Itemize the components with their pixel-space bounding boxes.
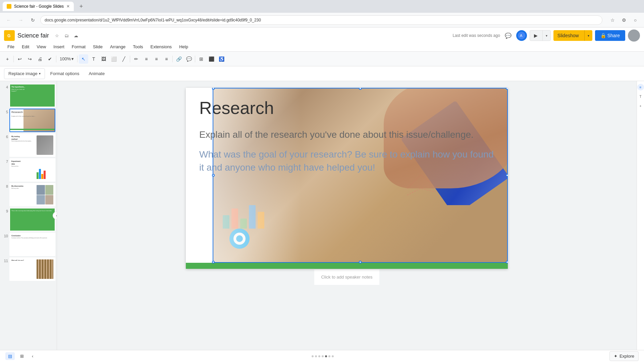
- replace-image-button[interactable]: Replace image ▾: [4, 68, 45, 79]
- slide-thumb-7[interactable]: 7 Experiment data Data rows here...: [1, 158, 55, 182]
- panel-icon-1[interactable]: ≡: [637, 84, 644, 90]
- speaker-notes-placeholder: Click to add speaker notes: [321, 275, 372, 280]
- app-logo: G: [4, 30, 15, 41]
- grid-view-button[interactable]: ⊞: [17, 352, 26, 360]
- panel-icon-2[interactable]: T: [637, 93, 644, 100]
- toolbar-align-right-button[interactable]: ≡: [162, 54, 171, 64]
- extension-icon[interactable]: ⚙: [619, 15, 629, 25]
- thumb-preview-5[interactable]: Research Explain all of the research you…: [9, 109, 55, 132]
- speaker-notes-area[interactable]: Click to add speaker notes: [314, 269, 379, 285]
- thumb-preview-7[interactable]: Experiment data Data rows here...: [9, 158, 55, 182]
- menu-help[interactable]: Help: [176, 43, 192, 51]
- slide-thumb-4[interactable]: 4 The hypothesis... What do you think wi…: [1, 84, 55, 107]
- toolbar-add-button[interactable]: +: [3, 54, 12, 64]
- tab-favicon: [7, 4, 11, 9]
- animate-button[interactable]: Animate: [85, 68, 109, 79]
- profile-icon[interactable]: ○: [631, 15, 640, 25]
- slide-thumb-6[interactable]: 6 My testing method Some testing method …: [1, 133, 55, 157]
- menu-view[interactable]: View: [33, 43, 49, 51]
- toolbar-align-center-button[interactable]: ≡: [152, 54, 161, 64]
- toolbar-placeholder-button[interactable]: ⊞: [197, 54, 206, 64]
- canvas-area: Research Explain all of the research you…: [57, 81, 637, 350]
- toolbar-highlight-button[interactable]: ✏: [131, 54, 141, 64]
- toolbar-redo-button[interactable]: ↪: [25, 54, 35, 64]
- thumb-preview-6[interactable]: My testing method Some testing method te…: [9, 133, 55, 157]
- slide-thumb-11[interactable]: 11 What will I do next?: [1, 257, 55, 281]
- menu-arrange[interactable]: Arrange: [107, 43, 129, 51]
- new-tab-button[interactable]: +: [76, 2, 86, 11]
- toolbar-spell-check-button[interactable]: ✔: [45, 54, 55, 64]
- toolbar-background-button[interactable]: ⬛: [207, 54, 216, 64]
- toolbar-align-left-button[interactable]: ≡: [142, 54, 151, 64]
- star-icon[interactable]: ☆: [53, 32, 61, 40]
- toolbar-image-button[interactable]: 🖼: [99, 54, 108, 64]
- toolbar-print-button[interactable]: 🖨: [35, 54, 45, 64]
- svg-text:G: G: [7, 34, 10, 38]
- collapse-panel-button[interactable]: ‹: [29, 352, 36, 360]
- toolbar-cursor-button[interactable]: ↖: [79, 54, 88, 64]
- thumb-preview-10[interactable]: Conclusion Conclusion text here. This su…: [9, 233, 55, 256]
- toolbar-accessibility-button[interactable]: ♿: [217, 54, 226, 64]
- slide-canvas-wrapper: Research Explain all of the research you…: [186, 88, 508, 269]
- slide-canvas[interactable]: Research Explain all of the research you…: [186, 88, 508, 269]
- thumb-preview-4[interactable]: The hypothesis... What do you think will…: [9, 84, 55, 107]
- thumb-preview-11[interactable]: What will I do next?: [9, 257, 55, 281]
- menu-file[interactable]: File: [4, 43, 18, 51]
- user-avatar[interactable]: [628, 29, 640, 42]
- slide-number-6: 6: [1, 133, 8, 139]
- slideshow-button[interactable]: Slideshow ▾: [553, 30, 592, 41]
- toolbar-line-button[interactable]: ╱: [119, 54, 128, 64]
- slide-view-button[interactable]: ▤: [5, 352, 15, 360]
- animate-label: Animate: [89, 71, 105, 76]
- thumb-preview-8[interactable]: My discoveries Discovery notes...: [9, 183, 55, 206]
- panel-icon-3[interactable]: +: [637, 103, 644, 109]
- zoom-arrow: ▾: [71, 56, 74, 61]
- explore-button[interactable]: ✦ Explore: [609, 351, 639, 361]
- slide-view-icon: ▤: [8, 354, 12, 359]
- reload-button[interactable]: ↻: [28, 15, 38, 25]
- present-button[interactable]: ▶ ▾: [530, 30, 551, 41]
- explore-label: Explore: [620, 354, 634, 359]
- toolbar-zoom-dropdown[interactable]: 100% ▾: [58, 54, 76, 64]
- back-button[interactable]: ←: [4, 15, 13, 25]
- slide-thumb-8[interactable]: 8 My discoveries Discovery notes...: [1, 183, 55, 206]
- format-options-button[interactable]: Format options: [46, 68, 84, 79]
- dot-4: [322, 355, 324, 357]
- slide-thumb-9[interactable]: 9 This is the most important takeaway th…: [1, 208, 55, 231]
- toolbar-shape-button[interactable]: ⬜: [109, 54, 118, 64]
- share-button[interactable]: 🔒 Share: [595, 30, 625, 41]
- toolbar-separator-4: [130, 56, 130, 62]
- context-toolbar: Replace image ▾ Format options Animate: [0, 66, 644, 81]
- toolbar-undo-button[interactable]: ↩: [15, 54, 24, 64]
- slide-number-8: 8: [1, 183, 8, 188]
- zoom-level: 100%: [60, 56, 71, 61]
- bookmark-icon[interactable]: ☆: [608, 15, 617, 25]
- menu-edit[interactable]: Edit: [18, 43, 33, 51]
- dot-3: [318, 355, 320, 357]
- status-bar: ▤ ⊞ ‹ ✦ Explore: [0, 350, 644, 362]
- thumb-preview-9[interactable]: This is the most important takeaway that…: [9, 208, 55, 231]
- app-title: Science fair: [17, 32, 49, 39]
- tab-close-button[interactable]: ✕: [66, 4, 70, 9]
- browser-tab[interactable]: Science fair - Google Slides ✕: [3, 2, 74, 11]
- browser-chrome: Science fair - Google Slides ✕ + ← → ↻ d…: [0, 0, 644, 27]
- account-button[interactable]: A: [516, 30, 527, 41]
- slide-thumb-5[interactable]: 5 Research Explain all of the research y…: [1, 109, 55, 132]
- menu-insert[interactable]: Insert: [50, 43, 68, 51]
- forward-button[interactable]: →: [16, 15, 25, 25]
- slide-thumb-10[interactable]: 10 Conclusion Conclusion text here. This…: [1, 233, 55, 256]
- menu-slide[interactable]: Slide: [90, 43, 106, 51]
- menu-extensions[interactable]: Extensions: [147, 43, 175, 51]
- comments-button[interactable]: 💬: [503, 30, 514, 41]
- slide-dots: [39, 355, 607, 357]
- toolbar-comment-button[interactable]: 💬: [184, 54, 194, 64]
- toolbar-text-button[interactable]: T: [89, 54, 98, 64]
- cloud-icon[interactable]: ☁: [72, 32, 80, 40]
- menu-tools[interactable]: Tools: [129, 43, 146, 51]
- toolbar-link-button[interactable]: 🔗: [174, 54, 183, 64]
- address-bar[interactable]: docs.google.com/presentation/d/1u2_WfPlV…: [40, 15, 602, 25]
- folder-icon[interactable]: 🗂: [62, 32, 70, 40]
- menu-format[interactable]: Format: [68, 43, 89, 51]
- slide-bottom-bar: [186, 263, 508, 269]
- slide-number-9: 9: [1, 208, 8, 213]
